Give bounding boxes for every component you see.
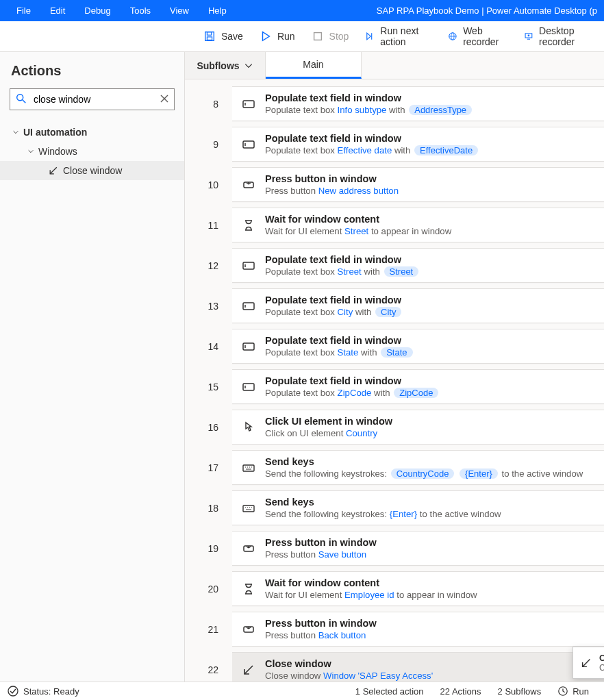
ui-element-link[interactable]: Effective date (338, 145, 392, 155)
desktop-recorder-button[interactable]: Desktop recorder (516, 21, 604, 52)
step-card[interactable]: Populate text field in windowPopulate te… (232, 329, 604, 364)
step-card[interactable]: Populate text field in windowPopulate te… (232, 127, 604, 162)
ui-element-link[interactable]: City (338, 307, 353, 317)
subflows-dropdown[interactable]: Subflows (185, 52, 266, 79)
step-title: Populate text field in window (265, 295, 403, 305)
step-card[interactable]: Click UI element in windowClick on UI el… (232, 410, 604, 445)
clear-search-icon[interactable] (158, 92, 171, 105)
step-row[interactable]: 11Wait for window contentWait for UI ele… (194, 205, 604, 245)
step-card[interactable]: Populate text field in windowPopulate te… (232, 86, 604, 121)
step-description: Press button Back button (265, 630, 377, 640)
ui-element-link[interactable]: {Enter} (390, 509, 417, 519)
step-description: Send the following keystrokes: CountryCo… (265, 468, 583, 479)
step-description: Wait for UI element Employee id to appea… (265, 590, 477, 600)
save-button[interactable]: Save (195, 21, 251, 52)
step-card[interactable]: Wait for window contentWait for UI eleme… (232, 208, 604, 242)
run-button[interactable]: Run (251, 21, 303, 52)
variable-chip[interactable]: Street (384, 266, 419, 277)
step-title: Populate text field in window (265, 133, 479, 144)
variable-chip[interactable]: CountryCode (391, 468, 455, 479)
tree-ui-automation[interactable]: UI automation (0, 123, 184, 142)
app-title: SAP RPA Playbook Demo | Power Automate D… (377, 5, 597, 16)
step-number: 17 (194, 447, 232, 488)
step-card[interactable]: Wait for window contentWait for UI eleme… (232, 571, 604, 606)
step-row[interactable]: 22Close windowClose window Window 'SAP E… (194, 649, 604, 682)
step-card[interactable]: Press button in windowPress button Back … (232, 612, 604, 647)
ui-element-link[interactable]: State (338, 347, 359, 358)
toolbar: Save Run Stop Run next action Web record… (0, 21, 604, 52)
step-row[interactable]: 13Populate text field in windowPopulate … (194, 286, 604, 326)
step-row[interactable]: 20Wait for window contentWait for UI ele… (194, 568, 604, 609)
ui-element-link[interactable]: Street (344, 226, 368, 236)
step-row[interactable]: 10Press button in windowPress button New… (194, 164, 604, 205)
step-row[interactable]: 21Press button in windowPress button Bac… (194, 609, 604, 649)
variable-chip[interactable]: {Enter} (460, 468, 498, 479)
step-row[interactable]: 16Click UI element in windowClick on UI … (194, 407, 604, 447)
ui-element-link[interactable]: Window 'SAP Easy Access' (323, 671, 433, 681)
step-description: Click on UI element Country (265, 428, 392, 438)
step-row[interactable]: 19Press button in windowPress button Sav… (194, 528, 604, 568)
menu-file[interactable]: File (7, 0, 40, 21)
tree-close-window[interactable]: Close window (0, 161, 184, 180)
tab-main[interactable]: Main (266, 52, 362, 79)
run-next-button[interactable]: Run next action (357, 21, 440, 52)
step-number: 21 (194, 609, 232, 649)
step-card[interactable]: Send keysSend the following keystrokes: … (232, 450, 604, 485)
ui-element-link[interactable]: Employee id (344, 590, 394, 600)
press-icon (242, 623, 255, 636)
step-description: Press button New address button (265, 186, 399, 196)
menu-debug[interactable]: Debug (75, 0, 120, 21)
tree-windows[interactable]: Windows (0, 142, 184, 161)
variable-chip[interactable]: City (375, 307, 401, 317)
variable-chip[interactable]: State (381, 347, 412, 358)
step-row[interactable]: 17Send keysSend the following keystrokes… (194, 447, 604, 488)
step-number: 9 (194, 124, 232, 164)
step-card[interactable]: Close windowClose window Window 'SAP Eas… (232, 652, 604, 682)
step-card[interactable]: Populate text field in windowPopulate te… (232, 369, 604, 404)
step-row[interactable]: 12Populate text field in windowPopulate … (194, 245, 604, 286)
menu-edit[interactable]: Edit (40, 0, 75, 21)
step-row[interactable]: 14Populate text field in windowPopulate … (194, 326, 604, 366)
step-title: Send keys (265, 497, 501, 508)
steps-list[interactable]: 8Populate text field in windowPopulate t… (185, 79, 604, 682)
ui-element-link[interactable]: New address button (318, 186, 399, 196)
step-card[interactable]: Press button in windowPress button Save … (232, 531, 604, 566)
step-number: 11 (194, 205, 232, 245)
ui-element-link[interactable]: Save button (318, 549, 366, 560)
step-row[interactable]: 8Populate text field in windowPopulate t… (194, 84, 604, 124)
step-card[interactable]: Press button in windowPress button New a… (232, 167, 604, 202)
step-title: Send keys (265, 456, 583, 467)
variable-chip[interactable]: ZipCode (394, 388, 438, 398)
step-title: Press button in window (265, 618, 377, 629)
step-card[interactable]: Send keysSend the following keystrokes: … (232, 490, 604, 525)
step-card[interactable]: Populate text field in windowPopulate te… (232, 288, 604, 323)
ui-element-link[interactable]: Back button (318, 630, 366, 640)
step-title: Close window (265, 658, 433, 669)
ui-element-link[interactable]: Country (346, 428, 377, 438)
menu-view[interactable]: View (160, 0, 199, 21)
search-actions-input[interactable] (10, 88, 175, 110)
step-row[interactable]: 15Populate text field in windowPopulate … (194, 366, 604, 407)
ui-element-link[interactable]: Info subtype (338, 105, 387, 115)
step-row[interactable]: 18Send keysSend the following keystrokes… (194, 488, 604, 528)
web-recorder-button[interactable]: Web recorder (440, 21, 516, 52)
step-title: Click UI element in window (265, 416, 392, 427)
step-number: 20 (194, 568, 232, 609)
wait-icon (242, 218, 255, 232)
step-description: Populate text box Street with Street (265, 266, 420, 277)
menu-tools[interactable]: Tools (121, 0, 160, 21)
ui-element-link[interactable]: Street (338, 266, 362, 277)
ui-element-link[interactable]: ZipCode (338, 388, 372, 398)
step-card[interactable]: Populate text field in windowPopulate te… (232, 248, 604, 283)
variable-chip[interactable]: AddressType (409, 105, 472, 115)
textbox-icon (242, 380, 255, 394)
close-window-icon (580, 657, 592, 669)
menu-help[interactable]: Help (199, 0, 236, 21)
variable-chip[interactable]: EffectiveDate (414, 145, 478, 155)
step-row[interactable]: 9Populate text field in windowPopulate t… (194, 124, 604, 164)
step-number: 22 (194, 649, 232, 682)
status-run[interactable]: Run (549, 686, 597, 697)
status-ready: Status: Ready (19, 686, 88, 697)
step-description: Close window Window 'SAP Easy Access' (265, 671, 433, 681)
step-number: 16 (194, 407, 232, 447)
